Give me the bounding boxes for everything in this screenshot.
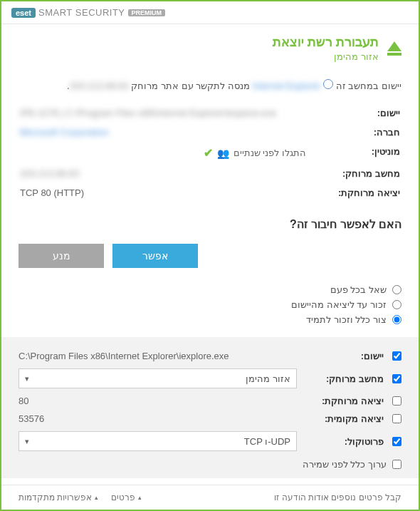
brand-eset: eset [11,8,36,18]
adv-value-lport: 53576 [19,413,297,424]
adv-value-proto: TCP ו-UDP [244,436,290,447]
radio-ask-label: שאל בכל פעם [330,284,387,295]
label-company: חברה: [308,123,400,141]
adv-row-lport: יציאה מקומית: 53576 [19,410,401,428]
adv-row-remote: מחשב מרוחק: ▾ אזור מהימן [19,365,401,392]
adv-select-remote[interactable]: ▾ אזור מהימן [19,368,297,388]
advanced-panel: יישום: C:\Program Files x86\Internet Exp… [1,337,419,478]
footer-details[interactable]: ▴ פרטים [111,492,142,502]
adv-label-rport: יציאה מרוחקת: [305,396,384,406]
adv-check-app[interactable] [392,351,401,361]
desc-app: Internet Explorer [252,81,320,91]
radio-remember-label: זכור עד ליציאה מהיישום [291,299,387,310]
adv-label-review: ערוך כלל לפני שמירה [303,459,387,470]
adv-row-rport: יציאה מרוחקת: 80 [19,392,401,410]
people-icon: 👥 [217,148,229,159]
value-company: Microsoft Corporation [20,127,108,138]
radio-group: שאל בכל פעם זכור עד ליציאה מהיישום צור כ… [19,282,401,327]
caret-up-icon: ▴ [95,494,98,501]
adv-label-lport: יציאה מקומית: [305,413,384,424]
value-port: TCP 80 (HTTP) [20,184,306,202]
radio-ask[interactable]: שאל בכל פעם [19,282,401,297]
value-app: IPE-2276 | C:\Program Files x86\Internet… [20,108,276,118]
adv-row-app: יישום: C:\Program Files x86\Internet Exp… [19,347,401,365]
adv-check-lport[interactable] [392,414,401,423]
caret-up-icon: ▴ [138,494,142,501]
label-reputation: מוניטין: [308,143,400,163]
footer-more-info[interactable]: קבל פרטים נוספים אודות הודעה זו [274,492,401,502]
row-port: יציאה מרוחקת: TCP 80 (HTTP) [20,184,400,202]
question-text: האם לאפשר חיבור זה? [19,217,401,231]
adv-check-review[interactable] [392,460,401,469]
button-row: אפשר מנע [19,244,401,268]
globe-icon [323,79,333,89]
deny-button[interactable]: מנע [19,244,104,268]
footer: קבל פרטים נוספים אודות הודעה זו ▴ פרטים … [1,485,419,510]
adv-check-rport[interactable] [392,396,401,406]
adv-check-proto[interactable] [392,437,401,446]
adv-label-remote: מחשב מרוחק: [305,373,384,384]
brand-logo: eset SMART SECURITY PREMIUM [11,7,165,18]
window-header: eset SMART SECURITY PREMIUM [1,1,419,24]
brand-premium: PREMIUM [128,9,166,16]
row-remote: מחשב מרוחק: 203.213.88.63 [20,165,400,182]
adv-label-app: יישום: [305,351,384,361]
label-port: יציאה מרוחקת: [308,184,400,202]
row-app: יישום: IPE-2276 | C:\Program Files x86\I… [20,104,400,122]
check-icon: ✔ [204,146,213,160]
footer-advanced-label: אפשרויות מתקדמות [19,492,92,502]
value-remote: 203.213.88.63 [20,168,79,179]
title-main: תעבורת רשת יוצאת [273,34,379,50]
brand-smart: SMART [38,7,73,18]
info-table: יישום: IPE-2276 | C:\Program Files x86\I… [19,103,401,203]
desc-mid: מנסה לתקשר עם אתר מרוחק [131,81,249,91]
adv-value-remote: אזור מהימן [246,373,290,384]
adv-row-review: ערוך כלל לפני שמירה [19,455,401,473]
footer-details-label: פרטים [111,492,135,502]
desc-addr: 203.213.88.63 [70,81,129,91]
description: יישום במחשב זה Internet Explorer מנסה לת… [19,79,401,91]
brand-security: SECURITY [75,7,125,18]
value-reputation: התגלו לפני שנתיים [233,148,306,158]
row-reputation: מוניטין: ✔ 👥 התגלו לפני שנתיים [20,143,400,163]
adv-value-app: C:\Program Files x86\Internet Explorer\i… [19,351,229,361]
radio-ask-input[interactable] [392,285,401,294]
desc-prefix: יישום במחשב זה [336,81,401,91]
radio-remember[interactable]: זכור עד ליציאה מהיישום [19,297,401,312]
adv-label-proto: פרוטוקול: [305,436,384,447]
label-remote: מחשב מרוחק: [308,165,400,182]
adv-check-remote[interactable] [392,374,401,383]
title-sub: אזור מהימן [273,51,379,62]
radio-rule[interactable]: צור כלל וזכור לתמיד [19,312,401,327]
allow-button[interactable]: אפשר [112,244,198,268]
adv-row-proto: פרוטוקול: ▾ TCP ו-UDP [19,428,401,455]
footer-advanced[interactable]: ▴ אפשרויות מתקדמות [19,492,98,502]
chevron-down-icon: ▾ [25,437,29,446]
adv-value-rport: 80 [19,396,297,406]
radio-remember-input[interactable] [392,300,401,309]
adv-select-proto[interactable]: ▾ TCP ו-UDP [19,431,297,451]
outbound-arrow-icon [387,41,401,56]
title-section: תעבורת רשת יוצאת אזור מהימן [1,24,419,72]
radio-rule-input[interactable] [392,315,401,324]
radio-rule-label: צור כלל וזכור לתמיד [306,314,387,325]
row-company: חברה: Microsoft Corporation [20,123,400,141]
chevron-down-icon: ▾ [25,374,29,383]
label-app: יישום: [308,104,400,122]
